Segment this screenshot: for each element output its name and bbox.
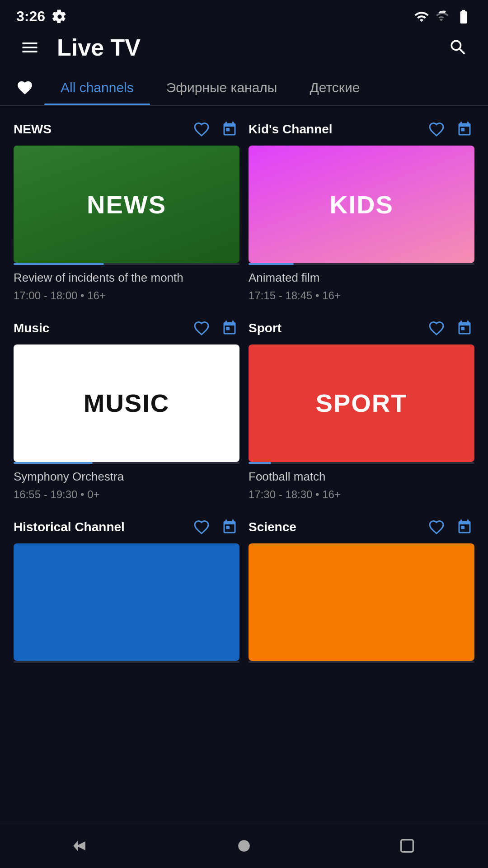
progress-bar-sport: [249, 462, 271, 464]
top-bar: Live TV: [0, 29, 488, 70]
channel-actions: [192, 517, 239, 537]
channel-header: Kid's Channel: [249, 119, 474, 139]
channel-name: Sport: [249, 321, 282, 335]
progress-bar-kids: [249, 263, 294, 265]
channel-name: Science: [249, 520, 296, 534]
signal-icon: [436, 10, 449, 24]
channel-header: NEWS: [14, 119, 239, 139]
channel-name: Music: [14, 321, 49, 335]
progress-bar-container-science: [249, 661, 474, 663]
heart-outline-icon: [428, 519, 445, 535]
favorite-button-history[interactable]: [192, 517, 211, 537]
progress-bar-container-sport: [249, 462, 474, 464]
calendar-icon: [456, 320, 473, 336]
channel-card-kids[interactable]: Kid's Channel KIDS Animated fil: [249, 119, 474, 302]
schedule-button-sport[interactable]: [455, 318, 474, 338]
program-info-sport: Football match 17:30 - 18:30 • 16+: [249, 469, 474, 501]
progress-bar-container-music: [14, 462, 239, 464]
gear-icon: [52, 9, 67, 24]
tabs-row: All channels Эфирные каналы Детские: [0, 70, 488, 106]
tab-kids-channels[interactable]: Детские: [293, 71, 376, 104]
channel-thumbnail-news[interactable]: NEWS: [14, 146, 239, 263]
channel-name: Kid's Channel: [249, 122, 333, 137]
status-bar: 3:26: [0, 0, 488, 29]
program-time-kids: 17:15 - 18:45 • 16+: [249, 289, 474, 302]
program-title: Review of incidents of the month: [14, 270, 239, 286]
channel-thumbnail-science[interactable]: [249, 543, 474, 661]
heart-outline-icon: [428, 320, 445, 336]
program-title: Animated film: [249, 270, 474, 286]
channel-header: Sport: [249, 318, 474, 338]
svg-point-1: [238, 840, 250, 852]
channel-card-music[interactable]: Music MUSIC Symphony Orchestra: [14, 318, 239, 501]
channel-card-history[interactable]: Historical Channel: [14, 517, 239, 668]
tab-air-channels[interactable]: Эфирные каналы: [150, 71, 294, 104]
search-icon: [448, 38, 468, 57]
app-title: Live TV: [57, 34, 431, 61]
svg-marker-0: [74, 840, 78, 851]
channel-card-sport[interactable]: Sport SPORT Football match: [249, 318, 474, 501]
heart-icon: [16, 79, 33, 96]
channel-name: Historical Channel: [14, 520, 125, 534]
program-info-kids: Animated film 17:15 - 18:45 • 16+: [249, 270, 474, 302]
heart-outline-icon: [428, 121, 445, 137]
menu-icon: [20, 38, 40, 57]
program-info-news: Review of incidents of the month 17:00 -…: [14, 270, 239, 302]
channel-thumbnail-history[interactable]: [14, 543, 239, 661]
schedule-button-kids[interactable]: [455, 119, 474, 139]
program-title: Symphony Orchestra: [14, 469, 239, 485]
program-time-sport: 17:30 - 18:30 • 16+: [249, 488, 474, 501]
progress-bar-container-news: [14, 263, 239, 265]
svg-rect-2: [401, 840, 413, 852]
progress-bar-music: [14, 462, 93, 464]
channel-actions: [427, 318, 474, 338]
heart-outline-icon: [193, 519, 210, 535]
square-icon: [398, 837, 416, 855]
square-button[interactable]: [380, 830, 434, 862]
program-time-news: 17:00 - 18:00 • 16+: [14, 289, 239, 302]
status-time: 3:26: [16, 8, 45, 25]
channel-thumbnail-music[interactable]: MUSIC: [14, 344, 239, 462]
search-button[interactable]: [445, 34, 472, 61]
tab-all-channels[interactable]: All channels: [44, 71, 150, 104]
channel-actions: [192, 318, 239, 338]
favorite-tab[interactable]: [16, 70, 44, 105]
favorite-button-news[interactable]: [192, 119, 211, 139]
schedule-button-history[interactable]: [220, 517, 239, 537]
channel-name: NEWS: [14, 122, 52, 137]
home-icon: [234, 836, 254, 856]
channel-header: Historical Channel: [14, 517, 239, 537]
schedule-button-news[interactable]: [220, 119, 239, 139]
favorite-button-science[interactable]: [427, 517, 446, 537]
battery-icon: [455, 9, 472, 25]
calendar-icon: [221, 320, 238, 336]
favorite-button-sport[interactable]: [427, 318, 446, 338]
channel-header: Science: [249, 517, 474, 537]
calendar-icon: [456, 121, 473, 137]
channel-actions: [427, 119, 474, 139]
calendar-icon: [456, 519, 473, 535]
program-info-music: Symphony Orchestra 16:55 - 19:30 • 0+: [14, 469, 239, 501]
schedule-button-music[interactable]: [220, 318, 239, 338]
back-icon: [72, 837, 90, 855]
program-time-music: 16:55 - 19:30 • 0+: [14, 488, 239, 501]
channel-thumbnail-sport[interactable]: SPORT: [249, 344, 474, 462]
favorite-button-music[interactable]: [192, 318, 211, 338]
channel-header: Music: [14, 318, 239, 338]
schedule-button-science[interactable]: [455, 517, 474, 537]
channel-card-news[interactable]: NEWS NEWS Review of incidents o: [14, 119, 239, 302]
channel-thumbnail-kids[interactable]: KIDS: [249, 146, 474, 263]
progress-bar-container-history: [14, 661, 239, 663]
calendar-icon: [221, 121, 238, 137]
channel-actions: [192, 119, 239, 139]
channel-actions: [427, 517, 474, 537]
channels-grid: NEWS NEWS Review of incidents o: [0, 119, 488, 684]
menu-button[interactable]: [16, 34, 43, 61]
calendar-icon: [221, 519, 238, 535]
back-button[interactable]: [54, 830, 108, 862]
program-title: Football match: [249, 469, 474, 485]
heart-outline-icon: [193, 320, 210, 336]
home-button[interactable]: [216, 829, 272, 863]
favorite-button-kids[interactable]: [427, 119, 446, 139]
channel-card-science[interactable]: Science: [249, 517, 474, 668]
